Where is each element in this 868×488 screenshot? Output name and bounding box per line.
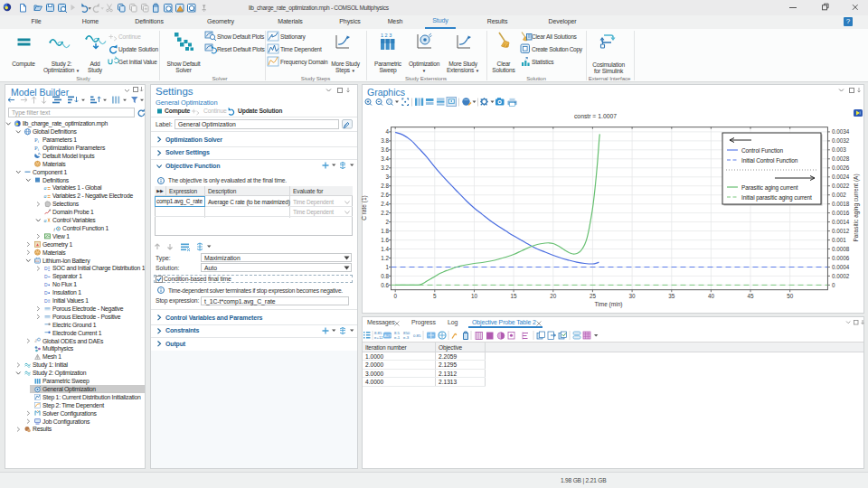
svg-text:0.0026: 0.0026 <box>832 164 850 171</box>
svg-text:C rate (1): C rate (1) <box>361 195 368 220</box>
svg-text:D: D <box>44 266 48 271</box>
svg-text:Parasitic aging current: Parasitic aging current <box>741 184 798 192</box>
svg-text:0.0014: 0.0014 <box>832 219 850 225</box>
svg-text:0.0016: 0.0016 <box>832 210 850 216</box>
svg-text:Pi: Pi <box>34 145 40 152</box>
svg-text:50: 50 <box>787 293 794 299</box>
svg-text:2.8: 2.8 <box>381 183 389 189</box>
svg-text:0: 0 <box>393 293 397 299</box>
svg-text:2: 2 <box>385 219 389 225</box>
svg-text:a: a <box>44 193 47 199</box>
svg-text:e-3: e-3 <box>403 335 410 340</box>
svg-text:∂: ∂ <box>35 338 38 343</box>
svg-text:45: 45 <box>747 293 754 299</box>
svg-text:2.6: 2.6 <box>381 192 389 198</box>
svg-text:25: 25 <box>590 293 597 299</box>
svg-text:0.002: 0.002 <box>832 192 846 198</box>
svg-text:D: D <box>44 290 48 296</box>
svg-text:Time (min): Time (min) <box>595 301 623 308</box>
svg-text:15: 15 <box>511 293 518 299</box>
svg-text:constr = 1.0007: constr = 1.0007 <box>574 113 617 119</box>
svg-text:Pi: Pi <box>34 136 40 144</box>
svg-text:0.0002: 0.0002 <box>832 273 850 279</box>
svg-text:0.0034: 0.0034 <box>832 128 850 135</box>
svg-text:3: 3 <box>385 174 389 180</box>
svg-text:1.4: 1.4 <box>381 246 389 252</box>
svg-text:e-1: e-1 <box>394 335 401 340</box>
svg-text:2.2: 2.2 <box>381 210 389 216</box>
svg-text:e+12: e+12 <box>374 335 383 340</box>
svg-text:f: f <box>54 227 56 231</box>
svg-text:1.6: 1.6 <box>381 237 389 243</box>
svg-text:0.0006: 0.0006 <box>832 255 850 261</box>
svg-text:35: 35 <box>668 293 675 299</box>
svg-text:Control Function: Control Function <box>741 147 784 154</box>
svg-text:0: 0 <box>832 282 835 288</box>
svg-text:2.4: 2.4 <box>381 201 389 207</box>
svg-text:0.8: 0.8 <box>381 273 389 279</box>
svg-text:Initial parasitic aging curren: Initial parasitic aging current <box>741 194 812 202</box>
svg-text:5: 5 <box>433 293 437 299</box>
svg-text:Parasitic aging current (A): Parasitic aging current (A) <box>853 174 860 241</box>
svg-text:0.0028: 0.0028 <box>832 155 850 162</box>
svg-text:a: a <box>44 185 47 191</box>
svg-text:Li+: Li+ <box>35 259 40 263</box>
svg-text:3.6: 3.6 <box>381 146 389 153</box>
svg-text:0.0012: 0.0012 <box>832 228 850 234</box>
svg-text:0.0032: 0.0032 <box>832 137 850 144</box>
svg-text:0.001: 0.001 <box>832 237 846 243</box>
svg-text:20: 20 <box>550 293 557 299</box>
svg-text:0.6: 0.6 <box>381 282 389 288</box>
svg-text:3.8: 3.8 <box>381 137 389 144</box>
svg-text:1.8: 1.8 <box>381 228 389 234</box>
svg-text:40: 40 <box>708 293 715 299</box>
svg-text:0.0024: 0.0024 <box>832 174 850 180</box>
svg-text:3.2: 3.2 <box>381 164 389 171</box>
svg-text:0.0018: 0.0018 <box>832 201 850 207</box>
svg-text:0.0008: 0.0008 <box>832 246 850 252</box>
svg-text:1 2 3: 1 2 3 <box>381 33 392 38</box>
svg-text:a: a <box>44 218 47 223</box>
svg-text:0.85: 0.85 <box>413 333 421 338</box>
svg-text:3.4: 3.4 <box>381 155 389 162</box>
svg-text:10: 10 <box>471 293 478 299</box>
svg-text:0.0004: 0.0004 <box>832 264 850 270</box>
svg-text:D: D <box>44 274 48 279</box>
svg-text:D: D <box>44 282 48 287</box>
svg-text:0.0022: 0.0022 <box>832 183 850 189</box>
svg-text:Initial Control Function: Initial Control Function <box>741 157 798 164</box>
svg-text:1.2: 1.2 <box>381 255 389 261</box>
svg-text:D: D <box>44 298 48 304</box>
svg-text:1: 1 <box>385 264 389 270</box>
svg-text:0.003: 0.003 <box>832 146 846 153</box>
svg-text:AUTO: AUTO <box>384 334 394 338</box>
svg-text:4: 4 <box>385 128 389 135</box>
svg-text:30: 30 <box>629 293 637 299</box>
